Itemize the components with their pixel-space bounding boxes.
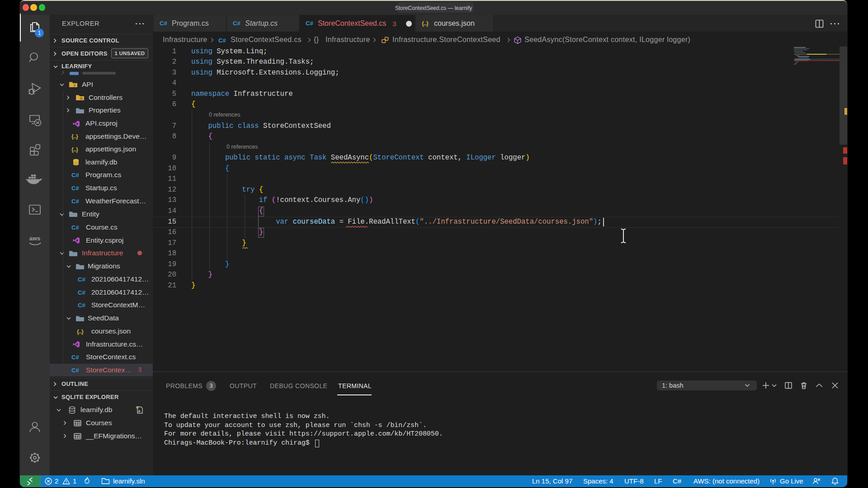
svg-text:#: # [73, 83, 75, 88]
svg-text:aws: aws [29, 235, 41, 242]
